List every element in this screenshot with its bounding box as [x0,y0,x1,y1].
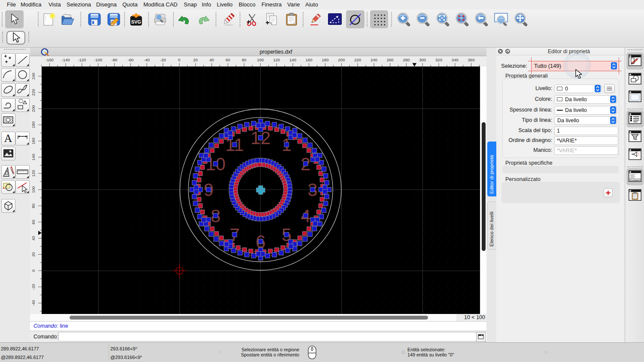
svg-text:40: 40 [210,57,214,62]
svg-text:0: 0 [178,57,180,62]
svg-text:C command: C command [631,179,639,181]
svg-text:-100: -100 [94,57,102,62]
svg-text:-40: -40 [31,300,36,306]
svg-text:20: 20 [193,57,198,62]
svg-text:-60: -60 [128,57,134,62]
svg-text:60: 60 [31,220,36,224]
svg-text:120: 120 [273,57,280,62]
svg-text:80: 80 [242,57,246,62]
svg-text:SVG: SVG [131,19,141,24]
svg-text:260: 260 [387,57,394,62]
svg-text:60: 60 [226,57,231,62]
svg-text:340: 340 [452,57,459,62]
svg-text:-80: -80 [112,57,118,62]
svg-text:240: 240 [31,73,36,80]
svg-text:160: 160 [306,57,313,62]
svg-text:220: 220 [354,57,361,62]
svg-text:100: 100 [257,57,264,62]
svg-text:-20: -20 [31,284,36,290]
svg-text:280: 280 [403,57,410,62]
svg-text:40: 40 [31,236,36,241]
svg-text:200: 200 [338,57,345,62]
svg-text:180: 180 [322,57,329,62]
svg-text:120: 120 [31,170,36,177]
svg-text:320: 320 [435,57,442,62]
svg-text:-40: -40 [144,57,150,62]
svg-text:20: 20 [31,252,36,257]
svg-text:-20: -20 [160,57,166,62]
svg-text:240: 240 [371,57,377,62]
svg-text:-120: -120 [78,57,86,62]
svg-text:0: 0 [31,269,36,272]
svg-text:220: 220 [31,89,36,96]
svg-text:140: 140 [31,154,36,161]
svg-text:80: 80 [31,204,36,208]
svg-text:180: 180 [31,121,36,128]
svg-text:300: 300 [419,57,426,62]
svg-text:-140: -140 [61,57,70,62]
svg-text:-160: -160 [46,57,54,62]
svg-text:200: 200 [31,105,36,112]
svg-text:A: A [4,132,12,145]
svg-text:140: 140 [289,57,296,62]
svg-text:100: 100 [31,186,36,193]
svg-text:160: 160 [31,138,36,145]
svg-text:360: 360 [468,57,475,62]
